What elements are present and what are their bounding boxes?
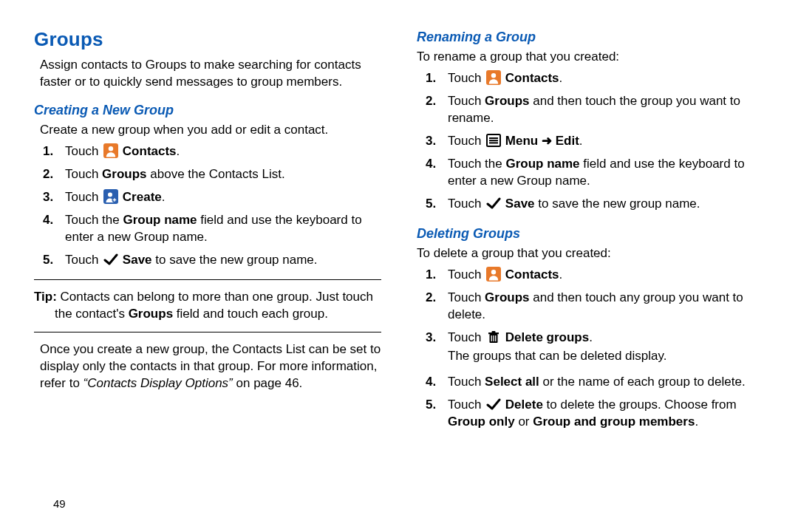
step: 3. Touch Menu ➜ Edit.	[434, 132, 764, 151]
step-number: 2.	[426, 93, 436, 110]
left-column: Groups Assign contacts to Groups to make…	[16, 27, 399, 435]
trash-icon	[486, 330, 501, 344]
page-number: 49	[53, 497, 66, 511]
manual-page: Groups Assign contacts to Groups to make…	[0, 0, 798, 435]
step-text: Touch	[448, 197, 481, 211]
step: 3. Touch Create.	[52, 188, 381, 208]
step-text: Touch	[448, 94, 485, 108]
renaming-lead: To rename a group that you created:	[417, 49, 764, 66]
step-text: Touch the	[65, 213, 123, 227]
label-contacts: Contacts	[505, 71, 559, 85]
label-groups: Groups	[485, 290, 529, 304]
step-number: 4.	[43, 212, 53, 229]
period: .	[162, 190, 166, 204]
label-group-name: Group name	[505, 157, 579, 171]
step-number: 2.	[43, 166, 53, 183]
step: 4. Touch Select all or the name of each …	[434, 372, 764, 392]
period: .	[177, 144, 180, 158]
step-text: .	[695, 415, 698, 429]
step-text: Touch	[448, 71, 481, 85]
label-delete-groups: Delete groups	[505, 330, 589, 344]
deleting-steps: 1. Touch Contacts. 2. Touch Groups and t…	[417, 265, 764, 432]
step-text: to save the new group name.	[535, 197, 700, 211]
deleting-lead: To delete a group that you created:	[417, 245, 764, 262]
divider	[34, 332, 381, 332]
creating-steps: 1. Touch Contacts. 2. Touch Groups above…	[34, 142, 381, 270]
step-text: Touch	[65, 144, 98, 158]
step-text: above the Contacts List.	[147, 167, 285, 181]
contacts-icon	[103, 143, 118, 158]
label-create: Create	[123, 190, 162, 204]
label-delete: Delete	[505, 398, 543, 412]
label-save: Save	[505, 197, 535, 211]
step-text: Touch	[448, 290, 485, 304]
period: .	[579, 134, 583, 148]
label-save: Save	[123, 253, 152, 267]
label-group-name: Group name	[123, 213, 197, 227]
step-text: Touch the	[448, 157, 505, 171]
step-number: 5.	[426, 397, 436, 414]
step: 4. Touch the Group name field and use th…	[52, 211, 381, 248]
label-edit: Edit	[556, 134, 579, 148]
step-number: 5.	[43, 252, 53, 269]
step: 4. Touch the Group name field and use th…	[434, 154, 764, 191]
step-text: or the name of each group to delete.	[539, 375, 746, 389]
step: 5. Touch Save to save the new group name…	[434, 194, 764, 214]
option-group-and-members: Group and group members	[533, 415, 695, 429]
subheading-deleting: Deleting Groups	[417, 225, 764, 242]
step: 5. Touch Save to save the new group name…	[52, 250, 381, 270]
step-text: to delete the groups. Choose from	[543, 398, 737, 412]
step: 2. Touch Groups and then touch the group…	[434, 92, 764, 129]
cross-reference: “Contacts Display Options”	[83, 376, 233, 390]
step-text: or	[515, 415, 533, 429]
step-number: 1.	[43, 143, 53, 160]
renaming-steps: 1. Touch Contacts. 2. Touch Groups and t…	[417, 69, 764, 214]
period: .	[559, 267, 563, 282]
intro-text: Assign contacts to Groups to make search…	[40, 57, 381, 91]
tip-text: the contact's	[55, 307, 129, 321]
period: .	[589, 330, 593, 344]
option-group-only: Group only	[448, 415, 515, 429]
step: 1. Touch Contacts.	[434, 265, 764, 285]
step-number: 2.	[426, 290, 436, 307]
step-number: 4.	[426, 374, 436, 391]
step-text: Touch	[65, 190, 98, 204]
step-text: Touch	[448, 267, 481, 282]
step: 1. Touch Contacts.	[52, 142, 381, 162]
step-text: Touch	[65, 253, 98, 267]
step-number: 1.	[426, 267, 436, 284]
arrow: ➜	[538, 134, 555, 148]
create-icon	[103, 189, 118, 204]
subheading-creating: Creating a New Group	[34, 101, 381, 119]
label-select-all: Select all	[485, 375, 539, 389]
step-text: Touch	[448, 134, 481, 148]
step-number: 3.	[43, 189, 53, 206]
checkmark-icon	[103, 252, 118, 267]
step-number: 4.	[426, 156, 436, 173]
step-number: 3.	[426, 330, 436, 347]
divider	[34, 279, 381, 280]
tip-line2: the contact's Groups field and touch eac…	[55, 306, 381, 323]
step: 5. Touch Delete to delete the groups. Ch…	[434, 395, 764, 432]
section-heading-groups: Groups	[34, 27, 381, 52]
step-text: to save the new group name.	[152, 253, 318, 267]
creating-lead: Create a new group when you add or edit …	[40, 122, 381, 139]
post-text: on page 46.	[233, 376, 303, 390]
step-number: 5.	[426, 196, 436, 213]
step: 2. Touch Groups and then touch any group…	[434, 288, 764, 325]
post-tip-paragraph: Once you create a new group, the Contact…	[40, 341, 381, 392]
tip-label: Tip:	[34, 290, 57, 304]
tip-text: field and touch each group.	[173, 307, 328, 321]
label-groups: Groups	[102, 167, 146, 181]
step-text: Touch	[448, 398, 481, 412]
step-number: 1.	[426, 70, 436, 87]
contacts-icon	[486, 267, 501, 282]
right-column: Renaming a Group To rename a group that …	[399, 27, 782, 435]
contacts-icon	[486, 70, 501, 85]
label-menu: Menu	[505, 134, 538, 148]
step-text: Touch	[448, 375, 485, 389]
label-contacts: Contacts	[123, 144, 177, 158]
tip-text: Contacts can belong to more than one gro…	[57, 290, 373, 304]
step: 1. Touch Contacts.	[434, 69, 764, 89]
label-groups: Groups	[485, 94, 529, 108]
